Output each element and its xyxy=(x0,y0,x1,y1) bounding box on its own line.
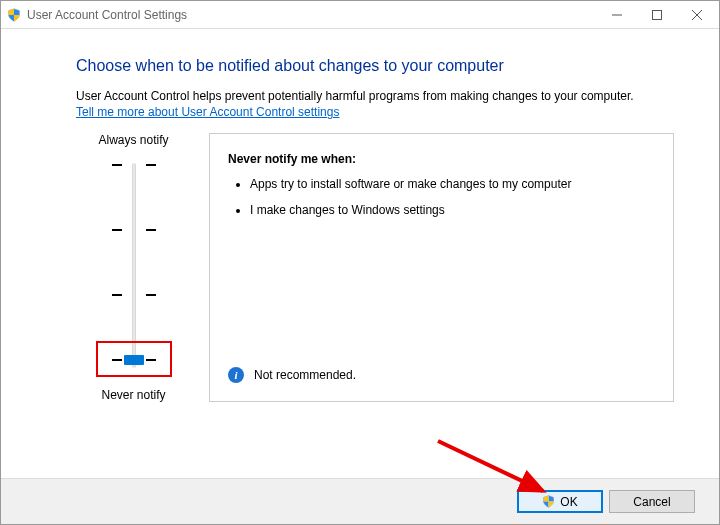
slider-bottom-label: Never notify xyxy=(76,388,191,402)
cancel-button[interactable]: Cancel xyxy=(609,490,695,513)
maximize-button[interactable] xyxy=(637,2,677,28)
notification-slider: Always notify Never notify xyxy=(76,133,191,402)
content-area: Choose when to be notified about changes… xyxy=(1,29,719,402)
close-button[interactable] xyxy=(677,2,717,28)
window-title: User Account Control Settings xyxy=(27,8,597,22)
minimize-button[interactable] xyxy=(597,2,637,28)
info-title: Never notify me when: xyxy=(228,152,655,166)
svg-rect-1 xyxy=(653,10,662,19)
uac-shield-icon xyxy=(542,495,556,509)
info-panel: Never notify me when: Apps try to instal… xyxy=(209,133,674,402)
info-icon: i xyxy=(228,367,244,383)
info-footer: i Not recommended. xyxy=(228,367,356,383)
cancel-button-label: Cancel xyxy=(633,495,670,509)
ok-button[interactable]: OK xyxy=(517,490,603,513)
annotation-highlight-box xyxy=(96,341,172,377)
page-heading: Choose when to be notified about changes… xyxy=(76,57,674,75)
info-list: Apps try to install software or make cha… xyxy=(232,176,655,218)
info-footer-text: Not recommended. xyxy=(254,368,356,382)
titlebar: User Account Control Settings xyxy=(1,1,719,29)
learn-more-link[interactable]: Tell me more about User Account Control … xyxy=(76,105,339,119)
dialog-footer: OK Cancel xyxy=(1,478,719,524)
uac-shield-icon xyxy=(7,8,21,22)
info-bullet: I make changes to Windows settings xyxy=(250,202,655,218)
slider-top-label: Always notify xyxy=(76,133,191,147)
ok-button-label: OK xyxy=(560,495,577,509)
slider-track[interactable] xyxy=(104,153,164,378)
page-description: User Account Control helps prevent poten… xyxy=(76,89,674,103)
info-bullet: Apps try to install software or make cha… xyxy=(250,176,655,192)
